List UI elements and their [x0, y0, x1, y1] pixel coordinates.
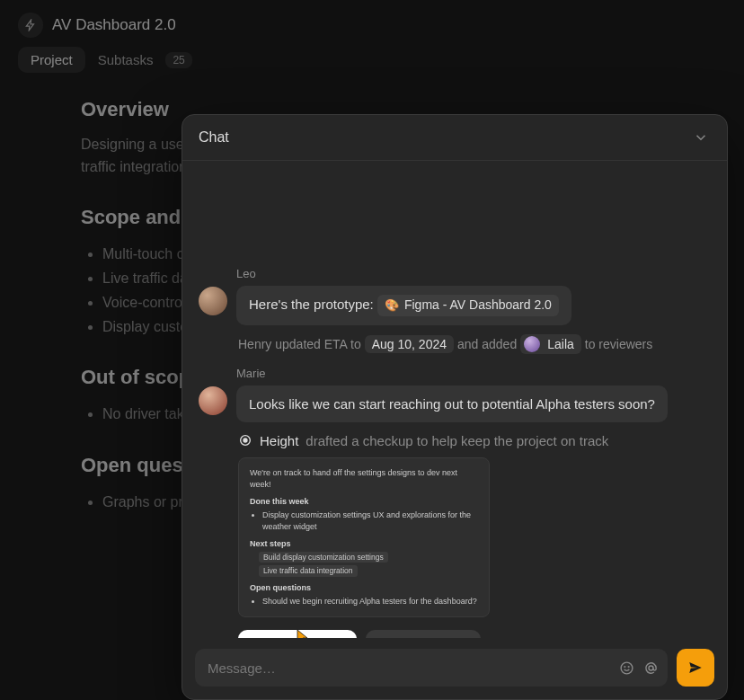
height-name: Height [260, 433, 298, 448]
system-activity-line: Henry updated ETA to Aug 10, 2024 and ad… [238, 334, 711, 354]
svg-point-3 [624, 666, 625, 667]
send-button[interactable] [677, 649, 714, 687]
eta-chip[interactable]: Aug 10, 2024 [365, 335, 454, 353]
reviewer-name: Laila [547, 337, 574, 351]
emoji-icon[interactable] [619, 660, 634, 676]
next-step-chip: Live traffic data integration [259, 565, 358, 576]
sender-label: Marie [236, 367, 711, 380]
checkup-done-heading: Done this week [250, 496, 478, 508]
chat-panel: Chat Leo Here's the prototype: 🎨 Figma -… [182, 114, 728, 700]
message-bubble: Looks like we can start reaching out to … [236, 385, 668, 422]
height-text: drafted a checkup to help keep the proje… [306, 433, 608, 448]
avatar-laila [524, 336, 540, 352]
target-icon [238, 433, 252, 447]
svg-point-2 [621, 662, 633, 674]
chat-collapse-button[interactable] [691, 128, 711, 147]
checkup-next-heading: Next steps [250, 538, 478, 550]
sys-text: Henry updated ETA to [238, 337, 361, 351]
svg-point-1 [244, 439, 247, 442]
checkup-open-heading: Open questions [250, 582, 478, 594]
attachment-label: Figma - AV Dashboard 2.0 [404, 297, 552, 315]
message-bubble: Here's the prototype: 🎨 Figma - AV Dashb… [236, 286, 571, 325]
checkup-done-item: Display customization settings UX and ex… [262, 509, 478, 533]
send-icon [687, 660, 704, 676]
message-text: Here's the prototype: [249, 297, 377, 312]
chat-title: Chat [199, 129, 229, 146]
message-marie: Marie Looks like we can start reaching o… [199, 367, 711, 422]
chevron-down-icon [693, 129, 709, 146]
mention-icon[interactable] [643, 660, 659, 676]
message-leo: Leo Here's the prototype: 🎨 Figma - AV D… [199, 267, 711, 325]
skip-week-button[interactable]: Skip this week [366, 630, 481, 638]
checkup-intro: We're on track to hand off the settings … [250, 467, 478, 491]
checkup-card[interactable]: We're on track to hand off the settings … [238, 457, 490, 617]
checkup-open-item: Should we begin recruiting Alpha testers… [262, 596, 478, 607]
height-activity: Height drafted a checkup to help keep th… [238, 433, 711, 448]
avatar-leo [199, 287, 227, 315]
reviewer-chip[interactable]: Laila [520, 334, 581, 354]
message-text: Looks like we can start reaching out to … [249, 396, 655, 412]
next-step-chip: Build display customization settings [259, 552, 388, 563]
sys-text: and added [457, 337, 517, 351]
avatar-marie [199, 386, 227, 415]
figma-icon: 🎨 [385, 297, 399, 314]
svg-point-5 [649, 666, 653, 670]
review-send-button[interactable]: Review & send [238, 630, 357, 638]
figma-attachment-chip[interactable]: 🎨 Figma - AV Dashboard 2.0 [377, 295, 559, 316]
sender-label: Leo [236, 267, 711, 280]
svg-point-4 [628, 666, 629, 667]
message-input[interactable] [208, 660, 619, 676]
sys-text: to reviewers [585, 337, 652, 351]
message-composer[interactable] [195, 649, 668, 687]
